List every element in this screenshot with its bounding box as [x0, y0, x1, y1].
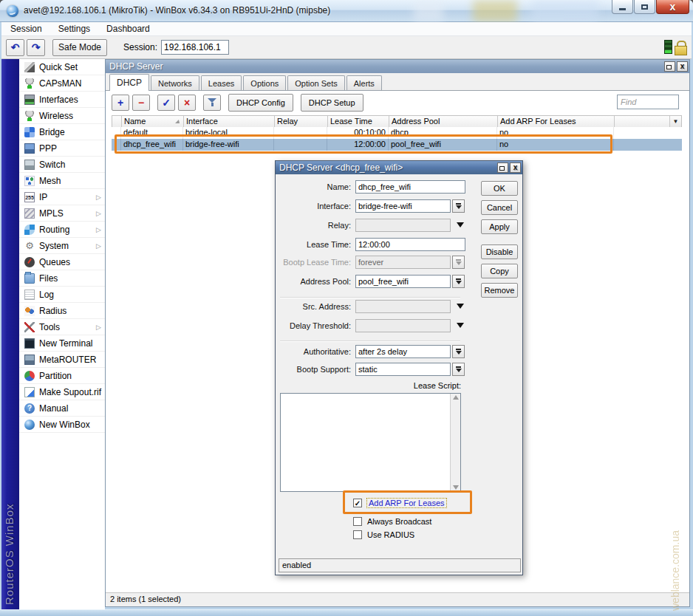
lease-time-input[interactable]: 12:00:00 [355, 238, 465, 251]
delay-threshold-input[interactable] [355, 319, 451, 332]
cell-address-pool: pool_free_wifi [389, 139, 497, 151]
bootp-lease-time-combo[interactable]: forever [355, 256, 451, 269]
dhcp-window-restore-button[interactable] [664, 61, 675, 72]
checkbox-unchecked[interactable] [353, 517, 362, 526]
address-pool-dropdown-button[interactable] [452, 275, 465, 288]
tab-leases[interactable]: Leases [201, 75, 242, 90]
sidebar-item-manual[interactable]: ?Manual [19, 400, 105, 417]
menu-session[interactable]: Session [10, 24, 42, 34]
scroll-down-icon[interactable] [453, 485, 459, 490]
bootp-support-combo[interactable]: static [355, 363, 451, 376]
sidebar-item-log[interactable]: Log [19, 287, 105, 303]
find-input[interactable] [617, 95, 679, 109]
remove-button-dialog[interactable]: Remove [481, 283, 518, 298]
sidebar-item-system[interactable]: ⚙System▷ [19, 238, 105, 254]
name-input[interactable]: dhcp_free_wifi [355, 180, 465, 194]
sidebar-item-metarouter[interactable]: MetaROUTER [19, 352, 105, 368]
table-row[interactable]: default bridge-local 00:10:00 dhcp no [112, 127, 682, 139]
checkbox-use-radius[interactable]: Use RADIUS [353, 529, 414, 541]
sidebar-item-make-supout[interactable]: Make Supout.rif [19, 384, 105, 400]
relay-dropdown-arrow-icon[interactable] [457, 222, 464, 227]
cell-lease-time: 12:00:00 [327, 139, 389, 151]
disable-button[interactable]: × [178, 95, 196, 111]
src-address-dropdown-arrow-icon[interactable] [457, 304, 464, 309]
minimize-button[interactable] [612, 0, 633, 14]
sidebar-item-tools[interactable]: Tools▷ [19, 319, 105, 335]
sidebar-item-mesh[interactable]: Mesh [19, 173, 105, 189]
enable-button[interactable]: ✓ [157, 95, 175, 111]
sidebar-item-new-terminal[interactable]: New Terminal [19, 335, 105, 352]
queues-icon [24, 257, 35, 267]
sidebar-item-capsman[interactable]: CAPsMAN [19, 75, 105, 92]
delay-threshold-dropdown-arrow-icon[interactable] [457, 323, 464, 328]
column-interface[interactable]: Interface [184, 116, 275, 127]
relay-input[interactable] [355, 219, 451, 232]
checkbox-always-broadcast[interactable]: Always Broadcast [353, 516, 431, 527]
ok-button[interactable]: OK [481, 181, 518, 196]
filter-button[interactable] [203, 95, 221, 111]
safe-mode-button[interactable]: Safe Mode [52, 39, 107, 56]
submenu-arrow-icon: ▷ [96, 210, 101, 217]
menu-dashboard[interactable]: Dashboard [106, 24, 150, 34]
scroll-up-icon[interactable] [453, 395, 459, 400]
dhcp-config-button[interactable]: DHCP Config [228, 94, 293, 112]
sidebar-item-new-winbox[interactable]: New WinBox [19, 417, 105, 433]
metarouter-icon [24, 355, 35, 365]
sidebar-item-bridge[interactable]: Bridge [19, 124, 105, 140]
column-select-dropdown[interactable]: ▼ [669, 116, 681, 127]
dialog-close-button[interactable]: x [510, 162, 521, 173]
bootp-support-dropdown-button[interactable] [452, 363, 465, 376]
sidebar-item-quick-set[interactable]: Quick Set [19, 59, 105, 75]
dialog-restore-button[interactable] [497, 162, 508, 173]
column-relay[interactable]: Relay [275, 116, 328, 127]
sidebar-item-label: Manual [39, 403, 68, 414]
authoritative-combo[interactable]: after 2s delay [355, 345, 451, 358]
close-button[interactable]: x [656, 0, 689, 14]
scrollbar[interactable] [450, 394, 460, 491]
sidebar-item-ppp[interactable]: PPP [19, 140, 105, 157]
column-name[interactable]: Name [122, 116, 184, 127]
sidebar-item-routing[interactable]: Routing▷ [19, 222, 105, 238]
apply-button[interactable]: Apply [481, 219, 518, 234]
cancel-button[interactable]: Cancel [481, 200, 518, 215]
sidebar-item-mpls[interactable]: MPLS▷ [19, 205, 105, 222]
tab-options[interactable]: Options [243, 75, 286, 90]
sidebar-item-switch[interactable]: Switch [19, 157, 105, 173]
sidebar-item-radius[interactable]: Radius [19, 303, 105, 319]
table-row-selected[interactable]: dhcp_free_wifi bridge-free-wifi 12:00:00… [112, 139, 682, 151]
interface-dropdown-button[interactable] [452, 199, 465, 213]
tab-dhcp[interactable]: DHCP [109, 74, 149, 91]
dhcp-setup-button[interactable]: DHCP Setup [301, 94, 363, 112]
column-flags[interactable] [112, 116, 122, 127]
lease-script-textarea[interactable] [280, 393, 461, 492]
checkbox-add-arp[interactable]: ✓ Add ARP For Leases [353, 497, 446, 509]
src-address-input[interactable] [355, 300, 451, 313]
interface-combo[interactable]: bridge-free-wifi [355, 199, 451, 213]
column-address-pool[interactable]: Address Pool [389, 116, 498, 127]
sidebar-item-ip[interactable]: 255IP▷ [19, 189, 105, 205]
add-button[interactable]: + [112, 95, 129, 111]
column-add-arp[interactable]: Add ARP For Leases [498, 116, 615, 127]
tab-option-sets[interactable]: Option Sets [287, 75, 344, 90]
authoritative-dropdown-button[interactable] [452, 345, 465, 358]
checkbox-unchecked[interactable] [353, 530, 362, 539]
dhcp-window-close-button[interactable]: x [677, 61, 688, 72]
checkbox-checked[interactable]: ✓ [353, 499, 362, 507]
menu-settings[interactable]: Settings [58, 24, 90, 34]
sidebar-item-wireless[interactable]: Wireless [19, 108, 105, 124]
undo-button[interactable]: ↶ [6, 39, 24, 56]
tab-networks[interactable]: Networks [151, 75, 199, 90]
bootp-lease-dropdown-button[interactable] [452, 256, 465, 269]
maximize-button[interactable] [634, 0, 655, 14]
sidebar-item-partition[interactable]: Partition [19, 368, 105, 384]
sidebar-item-files[interactable]: Files [19, 270, 105, 287]
column-lease-time[interactable]: Lease Time [328, 116, 389, 127]
tab-alerts[interactable]: Alerts [346, 75, 382, 90]
redo-button[interactable]: ↷ [27, 39, 45, 56]
session-input[interactable] [161, 40, 229, 55]
sidebar-item-label: Interfaces [39, 95, 78, 105]
address-pool-combo[interactable]: pool_free_wifi [355, 275, 451, 288]
remove-button[interactable]: − [132, 95, 150, 111]
sidebar-item-queues[interactable]: Queues [19, 254, 105, 270]
sidebar-item-interfaces[interactable]: Interfaces [19, 92, 105, 108]
